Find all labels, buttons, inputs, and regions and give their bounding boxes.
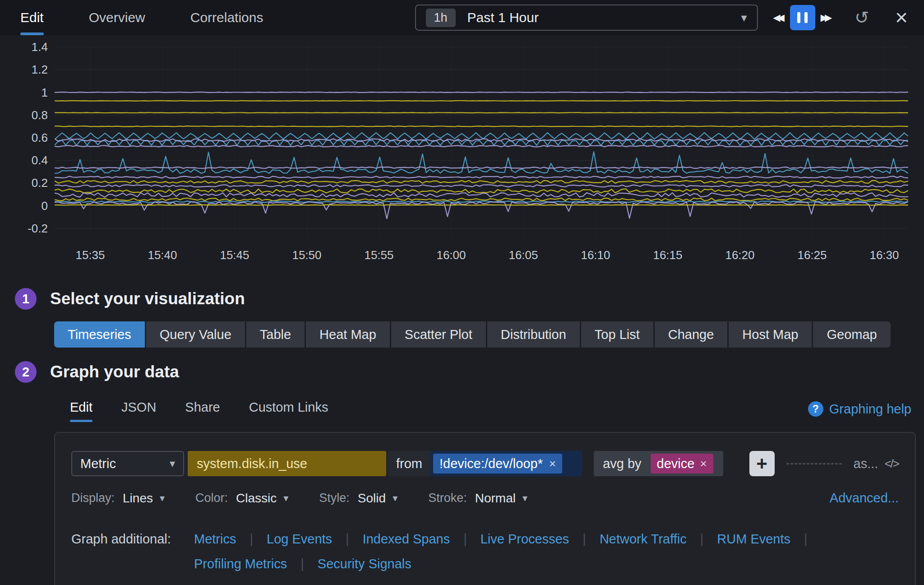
link-divider: | <box>804 532 808 547</box>
x-axis-tick-label: 16:30 <box>869 248 899 262</box>
fast-forward-icon: ▶▶ <box>821 12 832 23</box>
link-security-signals[interactable]: Security Signals <box>318 557 411 571</box>
viz-option-query-value[interactable]: Query Value <box>146 321 245 348</box>
remove-filter-icon[interactable]: × <box>549 457 556 471</box>
viz-option-heat-map[interactable]: Heat Map <box>306 321 390 348</box>
chart-series-series-11 <box>55 176 908 178</box>
display-option: Display: Lines ▾ <box>71 491 165 506</box>
graph-tab-edit[interactable]: Edit <box>70 400 92 422</box>
chevron-down-icon: ▾ <box>393 492 397 504</box>
y-axis-tick-label: 1 <box>42 86 48 99</box>
metric-editor: EditOverviewCorrelations 1h Past 1 Hour … <box>0 0 924 585</box>
close-button[interactable]: × <box>892 4 911 31</box>
advanced-link[interactable]: Advanced... <box>830 491 899 506</box>
style-label: Style: <box>319 491 350 505</box>
y-axis-tick-label: 0.4 <box>32 153 48 167</box>
graph-tabs-row: EditJSONShareCustom Links ? Graphing hel… <box>70 400 911 422</box>
viz-option-change[interactable]: Change <box>655 321 728 348</box>
avg-by-label: avg by <box>594 456 650 471</box>
y-axis-tick-label: 1.2 <box>32 63 48 76</box>
chart-series-series-9 <box>55 152 908 173</box>
link-indexed-spans[interactable]: Indexed Spans <box>363 532 450 547</box>
from-label: from <box>388 451 430 476</box>
step-1-badge: 1 <box>15 288 37 310</box>
fast-forward-button[interactable]: ▶▶ <box>817 9 836 26</box>
y-axis-tick-label: 0.8 <box>32 108 48 122</box>
link-divider: | <box>300 557 304 571</box>
chevron-down-icon: ▾ <box>170 457 175 470</box>
viz-option-geomap[interactable]: Geomap <box>813 321 890 348</box>
x-axis-tick-label: 16:15 <box>653 248 682 262</box>
pause-button[interactable] <box>790 5 815 30</box>
graphing-help-label: Graphing help <box>829 402 911 417</box>
code-icon[interactable]: </> <box>884 457 899 471</box>
color-label: Color: <box>195 491 228 505</box>
query-source-dropdown[interactable]: Metric ▾ <box>71 451 184 476</box>
filter-pill[interactable]: !device:/dev/loop* × <box>433 454 562 474</box>
query-row: Metric ▾ system.disk.in_use from !device… <box>71 451 899 476</box>
topbar: EditOverviewCorrelations 1h Past 1 Hour … <box>0 0 924 35</box>
rewind-button[interactable]: ◀◀ <box>770 9 788 26</box>
color-value: Classic <box>236 491 277 506</box>
y-axis-tick-label: 0.2 <box>32 176 48 190</box>
restore-button[interactable]: ↺ <box>851 5 873 30</box>
color-dropdown[interactable]: Classic ▾ <box>236 491 288 506</box>
stroke-option: Stroke: Normal ▾ <box>428 491 527 506</box>
style-dropdown[interactable]: Solid ▾ <box>358 491 397 506</box>
link-divider: | <box>346 532 349 547</box>
remove-group-icon[interactable]: × <box>700 457 707 471</box>
add-query-button[interactable]: + <box>749 451 775 476</box>
timeseries-chart-area[interactable]: 1.41.210.80.60.40.20-0.215:3515:4015:451… <box>0 35 924 274</box>
viz-option-host-map[interactable]: Host Map <box>729 321 812 348</box>
graph-additional-links-2: Profiling Metrics|Security Signals <box>194 557 411 571</box>
filter-input[interactable]: !device:/dev/loop* × <box>430 451 582 476</box>
viz-option-timeseries[interactable]: Timeseries <box>54 321 145 348</box>
viz-option-distribution[interactable]: Distribution <box>487 321 580 348</box>
metric-name-field[interactable]: system.disk.in_use <box>188 451 386 476</box>
graphing-help-link[interactable]: ? Graphing help <box>808 401 911 422</box>
graph-editor-tabs: EditJSONShareCustom Links <box>70 400 328 422</box>
chart-series-series-19 <box>55 205 908 205</box>
connector-line <box>786 463 842 464</box>
link-log-events[interactable]: Log Events <box>267 532 332 547</box>
y-axis-tick-label: 1.4 <box>32 40 48 54</box>
x-axis-tick-label: 16:25 <box>797 248 827 262</box>
x-axis-tick-label: 16:10 <box>581 248 610 262</box>
chart-series-series-4 <box>55 126 908 126</box>
time-range-picker[interactable]: 1h Past 1 Hour ▾ <box>415 5 758 31</box>
visualization-section-header: 1 Select your visualization <box>0 288 924 310</box>
group-by-pill[interactable]: device × <box>651 454 713 474</box>
viz-option-scatter-plot[interactable]: Scatter Plot <box>391 321 486 348</box>
rewind-icon: ◀◀ <box>773 12 785 23</box>
graph-tab-custom-links[interactable]: Custom Links <box>249 400 328 422</box>
visualization-section-title: Select your visualization <box>50 289 245 308</box>
link-profiling-metrics[interactable]: Profiling Metrics <box>194 557 287 571</box>
stroke-value: Normal <box>475 491 516 506</box>
group-by-value: device <box>657 456 695 471</box>
graph-tab-json[interactable]: JSON <box>121 400 156 422</box>
timeseries-chart[interactable]: 1.41.210.80.60.40.20-0.215:3515:4015:451… <box>0 35 924 274</box>
display-dropdown[interactable]: Lines ▾ <box>123 491 165 506</box>
visualization-type-picker: TimeseriesQuery ValueTableHeat MapScatte… <box>54 321 924 348</box>
link-metrics[interactable]: Metrics <box>194 532 236 547</box>
chevron-down-icon: ▾ <box>741 11 747 25</box>
graph-tab-share[interactable]: Share <box>185 400 220 422</box>
graph-additional-label: Graph additional: <box>71 532 175 547</box>
link-live-processes[interactable]: Live Processes <box>480 532 569 547</box>
chevron-down-icon: ▾ <box>283 492 288 504</box>
query-source-value: Metric <box>80 456 116 471</box>
viz-option-top-list[interactable]: Top List <box>581 321 653 348</box>
link-rum-events[interactable]: RUM Events <box>717 532 790 547</box>
graph-additional-row-2: Profiling Metrics|Security Signals <box>71 557 899 571</box>
stroke-dropdown[interactable]: Normal ▾ <box>475 491 527 506</box>
tab-correlations[interactable]: Correlations <box>190 0 263 35</box>
chart-series-series-8 <box>55 145 908 147</box>
link-network-traffic[interactable]: Network Traffic <box>600 532 687 547</box>
tab-overview[interactable]: Overview <box>89 0 145 35</box>
tab-edit[interactable]: Edit <box>20 0 44 35</box>
chart-series-series-14 <box>55 189 908 193</box>
help-icon: ? <box>808 401 823 417</box>
time-range-badge: 1h <box>426 9 456 27</box>
visualization-section: 1 Select your visualization TimeseriesQu… <box>0 288 924 348</box>
viz-option-table[interactable]: Table <box>246 321 305 348</box>
